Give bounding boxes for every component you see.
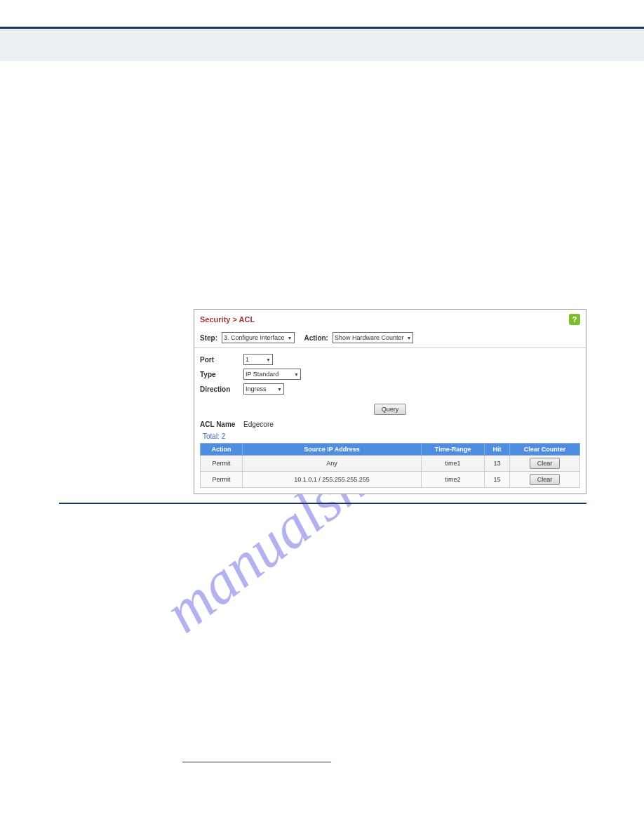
clear-button[interactable]: Clear xyxy=(530,474,561,485)
direction-select[interactable]: Ingress ▼ xyxy=(243,383,284,395)
step-select[interactable]: 3. Configure Interface ▼ xyxy=(222,332,295,343)
breadcrumb: Security > ACL xyxy=(200,315,255,324)
clear-button[interactable]: Clear xyxy=(530,458,561,469)
cell-time: time2 xyxy=(422,472,485,488)
direction-label: Direction xyxy=(200,385,243,393)
action-label: Action: xyxy=(304,334,328,342)
port-value: 1 xyxy=(246,356,249,363)
cell-source: 10.1.0.1 / 255.255.255.255 xyxy=(243,472,422,488)
header-band xyxy=(0,29,644,61)
total-count: Total: 2 xyxy=(194,432,586,443)
cell-action: Permit xyxy=(201,456,243,472)
step-label: Step: xyxy=(200,334,217,342)
chevron-down-icon: ▼ xyxy=(266,357,271,362)
port-select[interactable]: 1 ▼ xyxy=(243,354,273,365)
step-value: 3. Configure Interface xyxy=(224,334,285,341)
acl-name-value: Edgecore xyxy=(243,421,274,428)
table-row: Permit 10.1.0.1 / 255.255.255.255 time2 … xyxy=(201,472,580,488)
cell-source: Any xyxy=(243,456,422,472)
action-value: Show Hardware Counter xyxy=(335,334,404,341)
help-icon[interactable]: ? xyxy=(569,314,580,325)
query-button[interactable]: Query xyxy=(374,404,407,415)
cell-hit: 15 xyxy=(485,472,510,488)
filter-row: Step: 3. Configure Interface ▼ Action: S… xyxy=(194,328,586,348)
cell-time: time1 xyxy=(422,456,485,472)
col-clear: Clear Counter xyxy=(510,444,580,456)
col-source: Source IP Address xyxy=(243,444,422,456)
chevron-down-icon: ▼ xyxy=(407,336,412,340)
footnote-divider xyxy=(182,762,331,762)
col-hit: Hit xyxy=(485,444,510,456)
chevron-down-icon: ▼ xyxy=(288,336,293,340)
cell-action: Permit xyxy=(201,472,243,488)
direction-value: Ingress xyxy=(246,385,267,392)
section-divider xyxy=(59,503,586,504)
type-label: Type xyxy=(200,371,243,378)
cell-hit: 13 xyxy=(485,456,510,472)
acl-panel: Security > ACL ? Step: 3. Configure Inte… xyxy=(194,309,586,494)
table-row: Permit Any time1 13 Clear xyxy=(201,456,580,472)
type-value: IP Standard xyxy=(246,371,279,378)
type-select[interactable]: IP Standard ▼ xyxy=(243,369,301,380)
counter-table: Action Source IP Address Time-Range Hit … xyxy=(200,443,580,488)
action-select[interactable]: Show Hardware Counter ▼ xyxy=(333,332,414,343)
chevron-down-icon: ▼ xyxy=(294,372,299,377)
port-label: Port xyxy=(200,356,243,364)
col-action: Action xyxy=(201,444,243,456)
acl-name-label: ACL Name xyxy=(200,421,243,428)
col-time: Time-Range xyxy=(422,444,485,456)
chevron-down-icon: ▼ xyxy=(277,387,282,392)
